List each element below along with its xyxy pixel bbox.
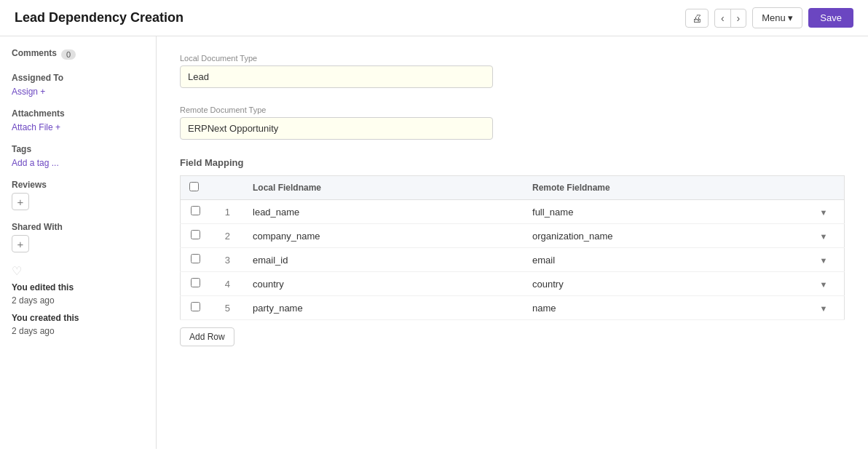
shared-with-label: Shared With [12, 222, 144, 232]
remote-doc-type-section: Remote Document Type [180, 105, 845, 140]
add-review-button[interactable]: + [12, 193, 29, 210]
table-row: 1 lead_name full_name ▼ [181, 200, 845, 224]
next-button[interactable]: › [731, 9, 746, 27]
reviews-label: Reviews [12, 180, 144, 190]
attachments-label: Attachments [12, 108, 144, 119]
table-row: 3 email_id email ▼ [181, 248, 845, 272]
chevron-down-icon: ▼ [820, 256, 828, 265]
add-shared-button[interactable]: + [12, 235, 29, 252]
remote-fieldname-cell: organization_name [524, 224, 803, 248]
local-doc-type-input[interactable] [180, 65, 493, 88]
row-checkbox[interactable] [191, 206, 200, 215]
row-number: 3 [211, 248, 244, 272]
row-checkbox-cell [181, 224, 211, 248]
header-actions: 🖨 ‹ › Menu ▾ Save [685, 7, 853, 28]
field-mapping-title: Field Mapping [180, 157, 845, 168]
col-remote-fieldname: Remote Fieldname [524, 176, 803, 200]
row-checkbox-cell [181, 272, 211, 296]
row-number: 4 [211, 272, 244, 296]
row-dropdown-cell[interactable]: ▼ [803, 248, 844, 272]
row-number: 1 [211, 200, 244, 224]
local-fieldname-cell: email_id [244, 248, 524, 272]
tags-section: Tags Add a tag ... [12, 144, 144, 168]
remote-doc-type-label: Remote Document Type [180, 105, 845, 114]
activity-section: ♡ You edited this 2 days ago You created… [12, 264, 144, 338]
local-fieldname-cell: company_name [244, 224, 524, 248]
assigned-to-section: Assigned To Assign + [12, 73, 144, 97]
row-checkbox[interactable] [191, 278, 200, 287]
save-button[interactable]: Save [808, 8, 853, 28]
local-doc-type-section: Local Document Type [180, 54, 845, 88]
comments-count: 0 [61, 49, 76, 60]
sidebar: Comments 0 Assigned To Assign + Attachme… [0, 36, 157, 449]
col-checkbox [181, 176, 211, 200]
tags-label: Tags [12, 144, 144, 154]
reviews-section: Reviews + [12, 180, 144, 210]
local-fieldname-cell: lead_name [244, 200, 524, 224]
field-mapping-table: Local Fieldname Remote Fieldname 1 lead_… [180, 175, 845, 320]
row-dropdown-cell[interactable]: ▼ [803, 272, 844, 296]
remote-fieldname-cell: country [524, 272, 803, 296]
row-dropdown-cell[interactable]: ▼ [803, 200, 844, 224]
menu-button[interactable]: Menu ▾ [752, 7, 802, 28]
remote-fieldname-cell: email [524, 248, 803, 272]
heart-icon: ♡ [12, 264, 144, 278]
chevron-down-icon: ▼ [820, 280, 828, 289]
local-fieldname-cell: party_name [244, 296, 524, 320]
table-row: 5 party_name name ▼ [181, 296, 845, 320]
col-actions [803, 176, 844, 200]
comments-label: Comments [12, 48, 57, 58]
local-fieldname-cell: country [244, 272, 524, 296]
comments-section: Comments 0 [12, 48, 144, 61]
row-checkbox[interactable] [191, 230, 200, 239]
table-row: 4 country country ▼ [181, 272, 845, 296]
nav-buttons: ‹ › [714, 9, 746, 28]
row-number: 5 [211, 296, 244, 320]
page-header: Lead Dependency Creation 🖨 ‹ › Menu ▾ Sa… [0, 0, 868, 36]
prev-button[interactable]: ‹ [715, 9, 731, 27]
main-layout: Comments 0 Assigned To Assign + Attachme… [0, 36, 868, 449]
page-title: Lead Dependency Creation [15, 10, 184, 25]
activity-created: You created this 2 days ago [12, 311, 144, 338]
chevron-down-icon: ▼ [820, 208, 828, 217]
add-tag-link[interactable]: Add a tag ... [12, 158, 59, 168]
shared-with-section: Shared With + [12, 222, 144, 252]
remote-fieldname-cell: full_name [524, 200, 803, 224]
row-checkbox-cell [181, 200, 211, 224]
select-all-checkbox[interactable] [189, 182, 199, 191]
assigned-to-label: Assigned To [12, 73, 144, 83]
row-checkbox-cell [181, 248, 211, 272]
col-local-fieldname: Local Fieldname [244, 176, 524, 200]
attach-file-link[interactable]: Attach File + [12, 122, 60, 132]
row-dropdown-cell[interactable]: ▼ [803, 224, 844, 248]
row-number: 2 [211, 224, 244, 248]
row-dropdown-cell[interactable]: ▼ [803, 296, 844, 320]
print-icon[interactable]: 🖨 [685, 9, 709, 28]
row-checkbox[interactable] [191, 254, 200, 263]
chevron-down-icon: ▼ [820, 304, 828, 313]
table-row: 2 company_name organization_name ▼ [181, 224, 845, 248]
chevron-down-icon: ▼ [820, 232, 828, 241]
activity-edited: You edited this 2 days ago [12, 281, 144, 307]
remote-doc-type-input[interactable] [180, 117, 493, 140]
col-num [211, 176, 244, 200]
content-area: Local Document Type Remote Document Type… [157, 36, 868, 449]
assign-link[interactable]: Assign + [12, 87, 45, 97]
field-mapping-section: Field Mapping Local Fieldname Remote Fie… [180, 157, 845, 346]
local-doc-type-label: Local Document Type [180, 54, 845, 63]
row-checkbox[interactable] [191, 302, 200, 311]
attachments-section: Attachments Attach File + [12, 108, 144, 132]
remote-fieldname-cell: name [524, 296, 803, 320]
row-checkbox-cell [181, 296, 211, 320]
add-row-button[interactable]: Add Row [180, 327, 234, 346]
